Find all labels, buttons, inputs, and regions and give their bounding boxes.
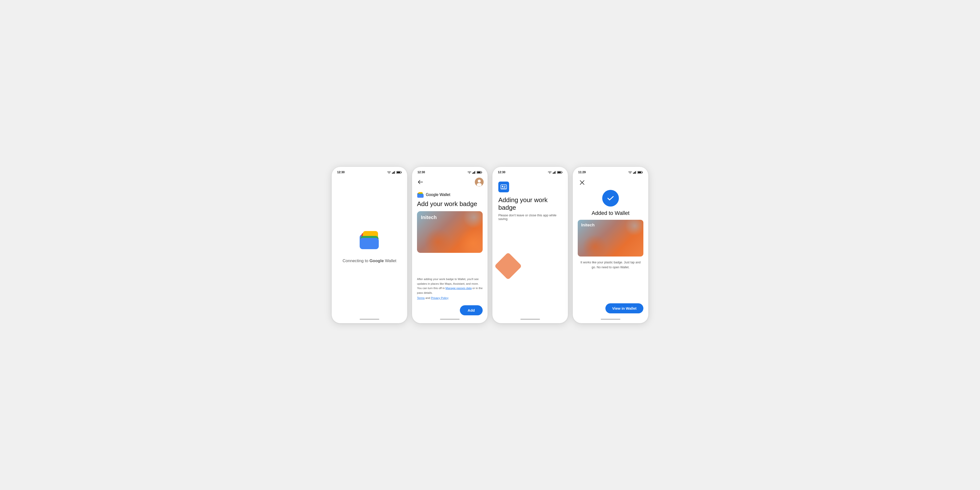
svg-rect-17 [482,172,482,173]
svg-rect-37 [504,187,505,188]
home-bar-line-4 [601,319,620,320]
screen2-header [412,176,488,188]
adding-subtitle: Please don't leave or close this app whi… [498,213,562,221]
status-bar-2: 12:30 [412,167,488,176]
id-card-svg [501,185,507,189]
status-icons-3 [548,171,563,174]
view-button-row: View in Wallet [578,301,643,313]
phone-screen-4: 11:29 Added to Wallet Initech [573,167,649,323]
battery-icon [396,171,402,174]
gw-branding: Google Wallet [417,191,483,198]
signal-icon [392,171,395,174]
svg-rect-18 [477,172,481,173]
battery-icon-3 [557,171,563,174]
screen1-content: Connecting to Google Wallet [332,176,407,316]
user-avatar[interactable] [475,178,484,186]
time-2: 12:30 [417,170,425,174]
svg-point-35 [502,186,503,187]
check-icon [606,194,615,203]
diamond-spinner [494,252,522,280]
terms-link[interactable]: Terms [417,296,425,299]
svg-rect-2 [394,171,395,174]
svg-rect-0 [392,173,393,174]
success-check-circle [602,190,619,207]
time-4: 11:29 [578,170,586,174]
loading-animation [498,221,518,312]
home-bar-line-3 [520,319,540,320]
wifi-icon-4 [628,171,632,174]
added-info: It works like your plastic badge. Just t… [578,260,643,270]
privacy-link[interactable]: Privacy Policy [431,296,449,299]
view-in-wallet-button[interactable]: View in Wallet [605,303,643,313]
svg-rect-29 [555,171,555,174]
svg-point-20 [478,180,481,183]
screen4-body: Added to Wallet Initech It works like yo… [573,188,648,316]
wallet-logo [358,229,380,251]
time-3: 12:30 [498,170,506,174]
signal-icon-2 [473,171,476,174]
svg-rect-27 [553,173,554,174]
add-button-row: Add [412,302,488,316]
signal-icon-3 [553,171,556,174]
close-button[interactable] [578,178,587,187]
phone-screen-1: 12:30 Con [331,167,407,323]
signal-icon-4 [633,171,636,174]
svg-rect-1 [393,172,394,174]
svg-rect-38 [501,188,506,188]
screen3-body: Adding your work badge Please don't leav… [492,176,568,316]
svg-rect-30 [556,171,556,174]
svg-rect-44 [643,172,643,173]
added-title: Added to Wallet [592,210,630,216]
wifi-icon-3 [548,171,552,174]
badge-card-4: Initech [578,220,643,256]
badge-card-label-4: Initech [581,223,595,228]
svg-rect-32 [562,172,563,173]
home-bar-line-2 [440,319,460,320]
screen2-body: Google Wallet Add your work badge Initec… [412,188,488,302]
badge-card-label-2: Initech [421,215,437,220]
battery-icon-4 [638,171,643,174]
home-bar-3 [492,316,568,323]
svg-rect-3 [395,171,395,174]
wallet-logo-svg [358,229,380,251]
screens-container: 12:30 Con [331,167,649,323]
home-bar-line-1 [360,319,379,320]
connecting-brand: Google [369,258,384,263]
svg-rect-5 [401,172,402,173]
svg-rect-13 [473,172,474,174]
info-paragraph: After adding your work badge to Wallet, … [417,274,483,295]
svg-rect-14 [474,171,475,174]
battery-icon-2 [477,171,482,174]
gw-logo-mini [417,191,424,198]
info-section: After adding your work badge to Wallet, … [417,274,483,299]
svg-rect-40 [634,172,635,174]
manage-passes-link[interactable]: Manage passes data [445,286,472,290]
gw-name: Google Wallet [426,192,450,197]
connecting-suffix: Wallet [384,258,396,263]
terms-line: Terms and Privacy Policy [417,296,483,299]
svg-rect-28 [554,172,554,174]
badge-card-2: Initech [417,211,483,253]
back-button[interactable] [416,178,425,186]
home-bar-4 [573,316,648,323]
adding-title: Adding your work badge [498,196,562,212]
svg-rect-11 [360,238,379,249]
connecting-text: Connecting to Google Wallet [342,258,396,263]
svg-rect-41 [635,171,636,174]
svg-rect-6 [397,172,400,173]
status-icons-2 [468,171,482,174]
phone-screen-3: 12:30 Adding your work badge Please don'… [492,167,568,323]
status-bar-3: 12:30 [492,167,568,176]
svg-rect-12 [473,173,473,174]
svg-rect-39 [633,173,634,174]
home-bar-1 [332,316,407,323]
svg-rect-34 [501,185,507,189]
wifi-icon [387,171,391,174]
badge-id-icon [498,181,509,192]
add-button[interactable]: Add [460,305,483,315]
add-badge-title: Add your work badge [417,200,483,208]
svg-rect-26 [417,194,423,198]
svg-rect-36 [504,186,506,186]
status-icons-4 [628,171,643,174]
time-1: 12:30 [337,170,345,174]
